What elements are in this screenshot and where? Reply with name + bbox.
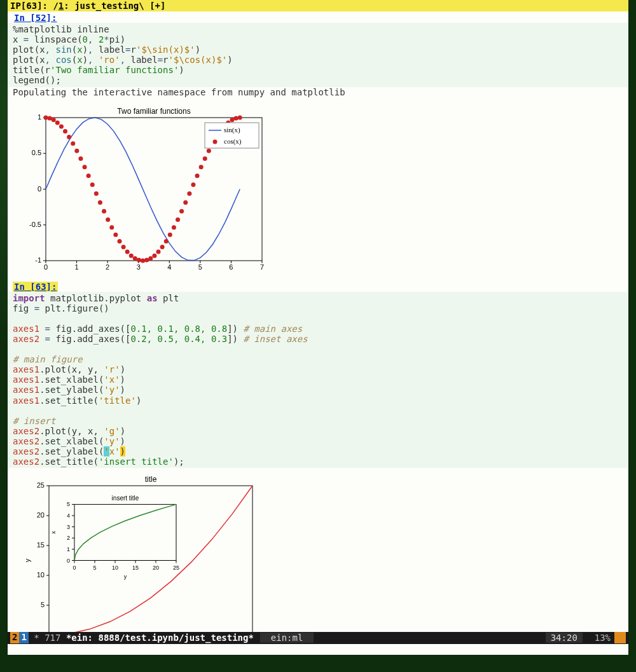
titlebar-suffix: : just_testing\ [+] <box>64 1 165 11</box>
svg-text:4: 4 <box>67 512 70 519</box>
svg-point-46 <box>113 232 118 237</box>
svg-point-59 <box>164 239 169 243</box>
cell2-code[interactable]: import matplotlib.pyplot as plt fig = pl… <box>8 292 628 469</box>
svg-point-47 <box>117 239 121 243</box>
titlebar-prefix: IP[63]: / <box>10 1 59 11</box>
svg-text:25: 25 <box>173 565 179 571</box>
svg-point-52 <box>137 257 141 262</box>
modeline-major-mode[interactable]: ein:ml <box>260 633 313 643</box>
titlebar: IP[63]: /1: just_testing\ [+] <box>8 0 628 11</box>
svg-point-49 <box>125 249 130 254</box>
svg-point-53 <box>141 258 145 263</box>
svg-point-60 <box>168 232 172 237</box>
svg-point-68 <box>199 165 204 169</box>
svg-point-63 <box>179 209 184 213</box>
svg-point-29 <box>48 116 52 120</box>
svg-text:title: title <box>145 475 157 484</box>
svg-text:2: 2 <box>106 263 109 271</box>
svg-text:y: y <box>124 573 127 580</box>
svg-point-65 <box>187 191 191 196</box>
emacs-window: IP[63]: /1: just_testing\ [+] In [52]: %… <box>8 0 628 655</box>
modeline-size: 717 <box>45 633 60 643</box>
svg-point-56 <box>152 253 156 257</box>
svg-point-50 <box>129 253 134 257</box>
chart-title-with-insert: 0123450510152025titlexy0510152025012345i… <box>8 468 628 632</box>
svg-text:0: 0 <box>41 631 45 632</box>
svg-point-35 <box>71 141 75 146</box>
svg-text:0: 0 <box>38 184 41 192</box>
svg-text:20: 20 <box>153 565 159 571</box>
svg-rect-84 <box>49 486 252 632</box>
cell1-stdout: Populating the interactive namespace fro… <box>8 87 628 100</box>
svg-point-82 <box>213 139 218 144</box>
svg-text:15: 15 <box>132 565 139 571</box>
svg-point-42 <box>98 200 102 205</box>
svg-text:15: 15 <box>37 541 45 549</box>
svg-point-28 <box>44 115 48 120</box>
svg-point-78 <box>238 115 242 120</box>
svg-text:5: 5 <box>198 263 202 271</box>
svg-point-51 <box>133 256 137 261</box>
svg-point-36 <box>74 148 79 153</box>
modeline-chip-buffer[interactable]: 1 <box>19 632 28 643</box>
svg-text:1: 1 <box>75 263 79 271</box>
svg-point-57 <box>156 249 160 254</box>
svg-point-66 <box>191 182 195 186</box>
chart1-svg: 01234567-1-0.500.51Two familiar function… <box>14 105 268 277</box>
chart2-svg: 0123450510152025titlexy0510152025012345i… <box>14 473 268 632</box>
modeline-chip-window[interactable]: 2 <box>10 632 19 643</box>
svg-text:4: 4 <box>167 263 171 271</box>
modeline-buffer-name[interactable]: *ein: 8888/test.ipynb/just_testing* <box>60 633 259 643</box>
svg-text:y: y <box>24 558 31 562</box>
svg-text:Two familiar functions: Two familiar functions <box>117 107 190 116</box>
svg-text:x: x <box>50 531 57 534</box>
svg-point-31 <box>55 120 60 125</box>
buffer-content[interactable]: In [52]: %matplotlib inline x = linspace… <box>8 11 628 632</box>
svg-text:25: 25 <box>37 481 45 489</box>
svg-point-43 <box>102 209 106 213</box>
svg-point-48 <box>121 245 126 249</box>
cell1-code[interactable]: %matplotlib inline x = linspace(0, 2*pi)… <box>8 23 628 87</box>
svg-point-40 <box>90 182 95 186</box>
svg-text:1: 1 <box>67 546 70 552</box>
svg-text:0.5: 0.5 <box>32 149 41 156</box>
minibuffer[interactable] <box>8 644 628 655</box>
svg-text:-1: -1 <box>35 256 41 264</box>
cell-header-52[interactable]: In [52]: <box>13 13 58 23</box>
modeline-end-icon <box>614 632 626 643</box>
svg-text:insert title: insert title <box>112 495 139 502</box>
modeline-star: * <box>29 633 45 643</box>
svg-text:20: 20 <box>37 511 45 519</box>
svg-point-67 <box>195 174 200 178</box>
svg-point-69 <box>203 156 207 161</box>
svg-point-62 <box>176 217 180 221</box>
svg-point-58 <box>160 245 165 249</box>
svg-point-32 <box>59 124 64 128</box>
cell-header-63[interactable]: In [63]: <box>13 282 58 292</box>
svg-point-77 <box>234 116 238 120</box>
svg-point-70 <box>207 148 211 153</box>
svg-point-34 <box>67 135 71 139</box>
svg-point-33 <box>63 129 67 134</box>
svg-text:10: 10 <box>37 571 45 579</box>
svg-point-54 <box>144 257 149 262</box>
svg-text:0: 0 <box>44 263 48 271</box>
modeline: 21 * 717 *ein: 8888/test.ipynb/just_test… <box>8 632 628 644</box>
svg-text:6: 6 <box>229 263 233 271</box>
svg-text:7: 7 <box>260 263 264 271</box>
svg-text:3: 3 <box>67 524 70 530</box>
svg-text:10: 10 <box>112 565 118 571</box>
svg-point-64 <box>183 200 188 205</box>
svg-text:2: 2 <box>67 535 70 541</box>
modeline-percent: 13% <box>584 633 611 643</box>
svg-point-30 <box>52 118 56 122</box>
svg-text:sin(x): sin(x) <box>224 126 240 134</box>
svg-point-38 <box>83 165 87 169</box>
svg-point-61 <box>172 225 176 230</box>
svg-point-76 <box>230 118 234 122</box>
svg-point-44 <box>106 217 110 221</box>
svg-text:5: 5 <box>93 565 96 571</box>
svg-rect-112 <box>74 505 176 561</box>
svg-text:-0.5: -0.5 <box>29 220 41 228</box>
svg-point-45 <box>109 225 114 230</box>
